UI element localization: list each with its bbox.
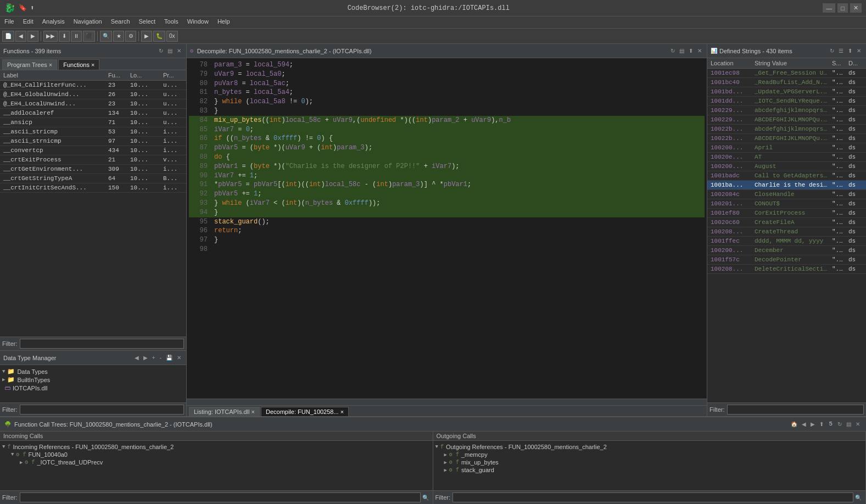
table-row[interactable]: __ascii_stricmp 53 10... i... xyxy=(0,127,186,137)
table-row[interactable]: @_EH4_LocalUnwind... 23 10... u... xyxy=(0,99,186,109)
table-row[interactable]: @_EH4_CallFilterFunc... 23 10... u... xyxy=(0,81,186,90)
dtm-add[interactable]: + xyxy=(150,354,157,361)
table-row[interactable]: __addlocaleref 134 10... u... xyxy=(0,109,186,118)
col-string-value[interactable]: String Value xyxy=(753,59,831,67)
expand-icon[interactable]: ⬆ xyxy=(30,4,34,12)
strings-row[interactable]: 100201...CONOUT$"...ds xyxy=(707,199,866,209)
call-item-iotc-thread[interactable]: ▶ ⚙ f _IOTC_thread_UDPrecv xyxy=(2,458,431,466)
toolbar-settings[interactable]: ⚙ xyxy=(125,31,136,42)
strings-row[interactable]: 10020c60CreateFileA"...ds xyxy=(707,218,866,227)
strings-list[interactable]: ☰ xyxy=(837,47,845,54)
table-row[interactable]: __crtGetEnvironment... 309 10... i... xyxy=(0,165,186,174)
table-row[interactable]: __convertcp 434 10... i... xyxy=(0,146,186,155)
table-row[interactable]: __crtExitProcess 21 10... v... xyxy=(0,155,186,165)
call-back[interactable]: ◀ xyxy=(800,421,808,428)
toolbar-play[interactable]: ▶ xyxy=(141,31,152,42)
toolbar-forward[interactable]: ▶ xyxy=(27,31,38,42)
toolbar-back[interactable]: ◀ xyxy=(15,31,26,42)
decompile-refresh[interactable]: ↻ xyxy=(669,47,677,54)
col-lo[interactable]: Lo... xyxy=(129,71,162,79)
toolbar-bookmark[interactable]: ★ xyxy=(113,31,124,42)
decompile-config[interactable]: ▤ xyxy=(678,47,686,54)
col-pr[interactable]: Pr... xyxy=(162,71,184,79)
incoming-filter-input[interactable] xyxy=(20,492,421,502)
table-row[interactable]: __ansicp 71 10... u... xyxy=(0,118,186,127)
toolbar-stop[interactable]: ⬛ xyxy=(83,31,95,42)
strings-row[interactable]: 1001badcCall to GetAdaptersIn..."...ds xyxy=(707,171,866,181)
strings-refresh[interactable]: ↻ xyxy=(828,47,836,54)
call-home[interactable]: 🏠 xyxy=(789,421,799,428)
call-item-memcpy[interactable]: ▶ ⚙ f _memcpy xyxy=(435,451,864,458)
dtm-filter-input[interactable] xyxy=(20,405,185,415)
menu-select[interactable]: Select xyxy=(137,18,158,27)
panel-config[interactable]: ▤ xyxy=(166,47,174,54)
call-close[interactable]: ✕ xyxy=(854,421,862,428)
col-label[interactable]: Label xyxy=(2,71,107,79)
decompile-content[interactable]: 78 param_3 = local_594; 79 uVar9 = local… xyxy=(187,58,707,399)
decompile-export[interactable]: ⬆ xyxy=(687,47,695,54)
functions-filter-input[interactable] xyxy=(20,339,185,349)
strings-row[interactable]: 100208...CreateThread"...ds xyxy=(707,227,866,237)
minimize-button[interactable]: — xyxy=(823,3,835,13)
panel-close[interactable]: ✕ xyxy=(175,47,183,54)
strings-row[interactable]: 1001ec98_Get_Free_Session U..."...ds xyxy=(707,69,866,78)
menu-window[interactable]: Window xyxy=(185,18,211,27)
strings-row[interactable]: 1002084cCloseHandle"...ds xyxy=(707,190,866,199)
col-fu[interactable]: Fu... xyxy=(107,71,129,79)
strings-row[interactable]: 10022b...abcdefghijklmnopqrst..."...ds xyxy=(707,125,866,134)
tab-functions[interactable]: Functions × xyxy=(58,59,99,70)
tree-item-data-types[interactable]: ▼ 📁 Data Types xyxy=(2,367,184,376)
strings-row[interactable]: 100200...April"...ds xyxy=(707,143,866,153)
incoming-filter-btn[interactable]: 🔍 xyxy=(421,494,431,501)
strings-row[interactable]: 100200...December"...ds xyxy=(707,246,866,255)
tree-item-builtin[interactable]: ▶ 📁 BuiltInTypes xyxy=(2,376,184,384)
menu-tools[interactable]: Tools xyxy=(162,18,181,27)
call-item-outgoing-root[interactable]: ▼ f Outgoing References - FUN_10002580_m… xyxy=(435,443,864,451)
toolbar-pause[interactable]: ⏸ xyxy=(71,31,82,42)
table-row[interactable]: __ascii_strnicmp 97 10... i... xyxy=(0,137,186,146)
table-row[interactable]: @_EH4_GlobalUnwind... 26 10... u... xyxy=(0,90,186,99)
close-button[interactable]: ✕ xyxy=(850,3,862,13)
toolbar-bug[interactable]: 🐛 xyxy=(153,31,165,42)
dtm-delete[interactable]: - xyxy=(158,354,163,361)
dtm-arrow-fwd[interactable]: ▶ xyxy=(142,354,149,361)
strings-row[interactable]: 1001ffecdddd, MMMM dd, yyyy"...ds xyxy=(707,237,866,246)
menu-edit[interactable]: Edit xyxy=(21,18,36,27)
toolbar-hex[interactable]: 0x xyxy=(166,31,178,42)
strings-export[interactable]: ⬆ xyxy=(846,47,854,54)
strings-row[interactable]: 100229...ABCDEFGHIJKLMNOPQu..."...ds xyxy=(707,115,866,125)
call-item-fun10040a0[interactable]: ▼ ⚙ f FUN_10040a0 xyxy=(2,451,431,458)
menu-file[interactable]: File xyxy=(2,18,16,27)
call-fwd[interactable]: ▶ xyxy=(809,421,817,428)
menu-navigation[interactable]: Navigation xyxy=(71,18,104,27)
strings-row[interactable]: 1001bd..._Update_VPGServerL..."...ds xyxy=(707,87,866,97)
outgoing-filter-btn[interactable]: 🔍 xyxy=(853,494,863,501)
strings-close[interactable]: ✕ xyxy=(855,47,863,54)
tab-listing[interactable]: Listing: IOTCAPIs.dll × xyxy=(189,407,260,416)
tree-item-iotcapis[interactable]: 🗃 IOTCAPIs.dll xyxy=(2,384,184,392)
tab-decompile[interactable]: Decompile: FUN_100258... × xyxy=(261,407,349,416)
call-refresh[interactable]: ↻ xyxy=(836,421,843,428)
toolbar-step[interactable]: ⬇ xyxy=(59,31,70,42)
strings-row[interactable]: 1001dd..._IOTC_SendRLYReque..."...ds xyxy=(707,97,866,106)
strings-row[interactable]: 100208...DeleteCriticalSection"...ds xyxy=(707,265,866,274)
bookmark-icon[interactable]: 🔖 xyxy=(19,4,27,12)
strings-row[interactable]: 10020e...AT"...ds xyxy=(707,153,866,162)
maximize-button[interactable]: □ xyxy=(837,3,848,13)
strings-row[interactable]: 1001f57cDecodePointer"...ds xyxy=(707,255,866,265)
strings-row[interactable]: 10022b...ABCDEFGHIJKLMNOPQu..."...ds xyxy=(707,134,866,143)
strings-row[interactable]: 1001bc40_ReadBufList_Add_N..."...ds xyxy=(707,78,866,87)
table-row[interactable]: __crtGetStringTypeA 64 10... B... xyxy=(0,174,186,183)
call-export[interactable]: ⬆ xyxy=(818,421,825,428)
col-s[interactable]: S... xyxy=(831,59,847,67)
call-config[interactable]: ▤ xyxy=(845,421,853,428)
outgoing-filter-input[interactable] xyxy=(452,492,853,502)
menu-analysis[interactable]: Analysis xyxy=(40,18,67,27)
col-d[interactable]: D... xyxy=(847,59,864,67)
menu-search[interactable]: Search xyxy=(109,18,132,27)
strings-row[interactable]: 100200...August"...ds xyxy=(707,162,866,171)
col-location[interactable]: Location xyxy=(709,59,753,67)
toolbar-search[interactable]: 🔍 xyxy=(100,31,112,42)
dtm-close[interactable]: ✕ xyxy=(175,354,183,361)
dtm-arrow-back[interactable]: ◀ xyxy=(133,354,141,361)
